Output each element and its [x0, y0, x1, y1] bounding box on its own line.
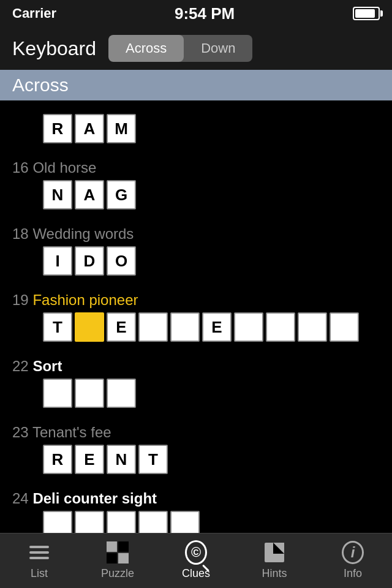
battery-fill	[355, 9, 375, 18]
hints-icon-container	[263, 541, 285, 564]
letter-box[interactable]: G	[107, 180, 136, 209]
hints-icon	[263, 541, 285, 564]
status-bar: Carrier 9:54 PM	[0, 0, 392, 27]
letter-box[interactable]	[266, 312, 295, 342]
tab-info[interactable]: i Info	[314, 541, 392, 580]
segment-down[interactable]: Down	[184, 35, 252, 62]
clues-list[interactable]: RAM16 Old horseNAG18 Wedding wordsIDO19 …	[0, 100, 392, 533]
clue-number: 22	[12, 358, 32, 374]
letter-box[interactable]	[138, 511, 168, 533]
letter-row: TEE	[43, 312, 380, 342]
clue-item[interactable]: 19 Fashion pioneerTEE	[0, 282, 392, 348]
clue-item[interactable]: 16 Old horseNAG	[0, 149, 392, 216]
letter-box[interactable]: O	[107, 246, 136, 276]
letter-box[interactable]	[75, 312, 104, 342]
letter-box[interactable]	[234, 312, 263, 342]
letter-row	[43, 379, 380, 408]
time-label: 9:54 PM	[175, 4, 235, 23]
letter-row: NAG	[43, 180, 380, 209]
tab-hints-label: Hints	[262, 567, 287, 580]
letter-box[interactable]: E	[75, 445, 104, 474]
letter-box[interactable]: M	[107, 114, 136, 143]
info-icon-container: i	[342, 541, 364, 564]
carrier-label: Carrier	[12, 6, 56, 21]
tab-puzzle-label: Puzzle	[101, 567, 134, 580]
tab-clues[interactable]: © Clues	[157, 541, 235, 580]
section-header: Across	[0, 70, 392, 100]
clue-desc: Sort	[32, 358, 62, 374]
section-header-text: Across	[12, 75, 69, 96]
letter-box[interactable]: D	[75, 246, 104, 276]
clue-item[interactable]: 18 Wedding wordsIDO	[0, 216, 392, 282]
clue-number-text: 24 Deli counter sight	[12, 490, 380, 507]
letter-box[interactable]	[43, 511, 72, 533]
clues-icon: ©	[185, 540, 207, 565]
clue-item[interactable]: RAM	[0, 100, 392, 149]
clue-number-text: 22 Sort	[12, 358, 380, 375]
tab-list-label: List	[31, 567, 48, 580]
info-icon: i	[342, 541, 364, 564]
letter-box[interactable]	[107, 379, 136, 408]
segment-control: Across Down	[108, 35, 253, 62]
list-icon	[28, 541, 50, 564]
clue-desc: Deli counter sight	[32, 490, 157, 507]
letter-box[interactable]: E	[202, 312, 232, 342]
clue-item[interactable]: 22 Sort	[0, 348, 392, 414]
clues-icon-container: ©	[185, 541, 207, 564]
letter-box[interactable]: N	[43, 180, 72, 209]
letter-box[interactable]	[330, 312, 359, 342]
header: Keyboard Across Down	[0, 27, 392, 70]
letter-box[interactable]: N	[107, 445, 136, 474]
clue-desc: Tenant's fee	[32, 424, 111, 440]
letter-row	[43, 511, 380, 533]
letter-box[interactable]	[43, 379, 72, 408]
clue-item[interactable]: 23 Tenant's feeRENT	[0, 414, 392, 480]
clue-desc: Wedding words	[32, 225, 134, 242]
letter-row: IDO	[43, 246, 380, 276]
letter-box[interactable]: T	[43, 312, 72, 342]
letter-box[interactable]: A	[75, 114, 104, 143]
clue-desc: Fashion pioneer	[32, 292, 138, 308]
letter-box[interactable]	[75, 511, 104, 533]
tab-bar: List Puzzle © Clues Hints i Info	[0, 533, 392, 588]
clue-number: 19	[12, 292, 32, 308]
puzzle-icon	[107, 541, 129, 564]
letter-box[interactable]: R	[43, 114, 72, 143]
letter-box[interactable]	[170, 511, 200, 533]
battery-indicator	[353, 7, 380, 20]
clue-item[interactable]: 24 Deli counter sight	[0, 480, 392, 533]
letter-box[interactable]: T	[138, 445, 168, 474]
segment-across[interactable]: Across	[108, 35, 184, 62]
tab-info-label: Info	[344, 567, 362, 580]
letter-box[interactable]	[298, 312, 327, 342]
letter-box[interactable]: R	[43, 445, 72, 474]
clue-number-text: 18 Wedding words	[12, 225, 380, 243]
letter-box[interactable]: I	[43, 246, 72, 276]
clue-number: 24	[12, 490, 32, 507]
letter-box[interactable]: E	[107, 312, 136, 342]
letter-box[interactable]	[138, 312, 168, 342]
letter-row: RENT	[43, 445, 380, 474]
tab-list[interactable]: List	[0, 541, 78, 580]
clue-number: 18	[12, 225, 32, 242]
tab-puzzle[interactable]: Puzzle	[78, 541, 157, 580]
clue-number: 16	[12, 159, 32, 176]
letter-box[interactable]	[75, 379, 104, 408]
clue-number-text: 23 Tenant's fee	[12, 424, 380, 441]
clue-desc: Old horse	[32, 159, 96, 176]
app-title: Keyboard	[12, 37, 96, 60]
clue-number-text: 19 Fashion pioneer	[12, 292, 380, 309]
clue-number: 23	[12, 424, 32, 440]
letter-box[interactable]	[170, 312, 200, 342]
tab-hints[interactable]: Hints	[235, 541, 314, 580]
clue-number-text: 16 Old horse	[12, 159, 380, 176]
letter-box[interactable]: A	[75, 180, 104, 209]
letter-row: RAM	[43, 114, 380, 143]
letter-box[interactable]	[107, 511, 136, 533]
